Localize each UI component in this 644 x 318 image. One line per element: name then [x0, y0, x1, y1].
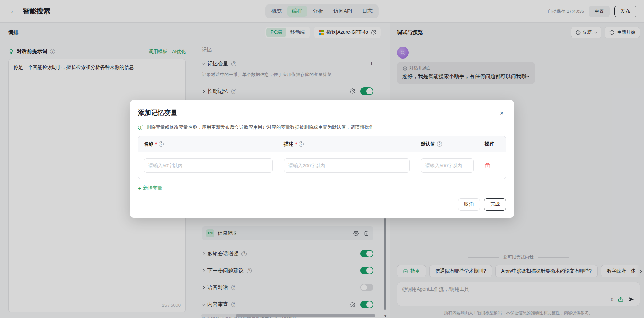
variable-name-input[interactable] [144, 158, 273, 173]
table-header-row: 名称*? 描述*? 默认值? 操作 [138, 136, 506, 152]
add-variable-label: 新增变量 [143, 185, 162, 191]
add-variable-link[interactable]: + 新增变量 [138, 185, 162, 191]
add-memory-variable-modal: 添加记忆变量 × ! 删除变量或修改变量名称，应用更新发布后会导致应用用户对应的… [130, 100, 514, 218]
default-help-icon[interactable]: ? [437, 141, 442, 147]
variable-default-input[interactable] [421, 158, 474, 173]
required-asterisk: * [295, 141, 297, 147]
app-window: ← 智能搜索 概览 编排 分析 访问API 日志 自动保存 17:40:36 重… [0, 0, 644, 318]
variables-table: 名称*? 描述*? 默认值? 操作 [138, 136, 506, 179]
desc-help-icon[interactable]: ? [299, 141, 304, 147]
cancel-button[interactable]: 取消 [458, 198, 480, 211]
column-name: 名称 [144, 141, 153, 147]
close-icon[interactable]: × [497, 108, 506, 117]
column-default: 默认值 [421, 141, 435, 147]
plus-icon: + [138, 186, 141, 191]
required-asterisk: * [155, 141, 157, 147]
delete-row-icon[interactable] [485, 163, 490, 168]
column-desc: 描述 [284, 141, 293, 147]
modal-title: 添加记忆变量 [138, 108, 177, 117]
info-icon: ! [138, 125, 143, 130]
table-row [138, 152, 506, 179]
modal-warning-text: 删除变量或修改变量名称，应用更新发布后会导致应用用户对应的变量数据被删除或重置为… [146, 124, 374, 130]
name-help-icon[interactable]: ? [159, 141, 164, 147]
confirm-button[interactable]: 完成 [484, 198, 506, 211]
column-action: 操作 [485, 141, 494, 147]
variable-desc-input[interactable] [284, 158, 410, 173]
